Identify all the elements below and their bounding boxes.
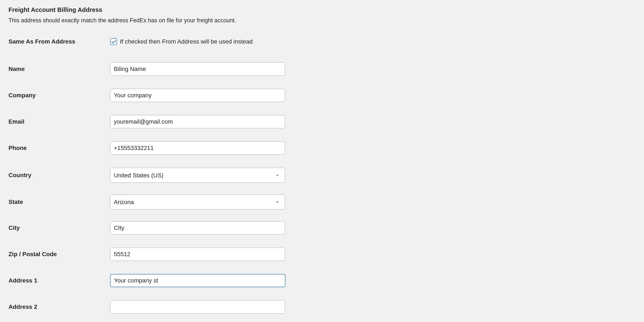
form-row-company: Company xyxy=(8,89,636,102)
form-row-phone: Phone xyxy=(8,142,636,155)
select-state[interactable]: Arizona xyxy=(110,194,285,209)
label-address1: Address 1 xyxy=(8,277,110,284)
label-company: Company xyxy=(8,92,110,99)
label-phone: Phone xyxy=(8,145,110,152)
form-row-address1: Address 1 xyxy=(8,274,636,287)
form-row-same-as-from: Same As From Address If checked then Fro… xyxy=(8,38,636,45)
input-name[interactable] xyxy=(110,62,285,76)
label-email: Email xyxy=(8,118,110,125)
input-city[interactable] xyxy=(110,221,285,234)
form-row-country: Country United States (US) xyxy=(8,168,636,183)
input-zip[interactable] xyxy=(110,248,285,261)
checkbox-same-as-from[interactable] xyxy=(110,38,117,45)
label-country: Country xyxy=(8,172,110,179)
input-address2[interactable] xyxy=(110,300,285,314)
checkbox-wrap: If checked then From Address will be use… xyxy=(110,38,253,45)
label-zip: Zip / Postal Code xyxy=(8,251,110,258)
form-row-address2: Address 2 xyxy=(8,300,636,314)
form-row-state: State Arizona xyxy=(8,194,636,209)
input-company[interactable] xyxy=(110,89,285,102)
label-name: Name xyxy=(8,66,110,72)
select-country[interactable]: United States (US) xyxy=(110,168,285,183)
input-phone[interactable] xyxy=(110,142,285,155)
form-row-email: Email xyxy=(8,115,636,128)
label-same-as-from: Same As From Address xyxy=(8,38,110,45)
form-row-city: City xyxy=(8,221,636,234)
input-address1[interactable] xyxy=(110,274,286,287)
section-title: Freight Account Billing Address xyxy=(8,6,636,13)
form-row-zip: Zip / Postal Code xyxy=(8,248,636,261)
input-email[interactable] xyxy=(110,115,285,128)
form-row-name: Name xyxy=(8,62,636,76)
label-state: State xyxy=(8,199,110,205)
label-city: City xyxy=(8,224,110,231)
section-description: This address should exactly match the ad… xyxy=(8,17,636,24)
label-address2: Address 2 xyxy=(8,304,110,310)
checkbox-description: If checked then From Address will be use… xyxy=(120,38,253,45)
